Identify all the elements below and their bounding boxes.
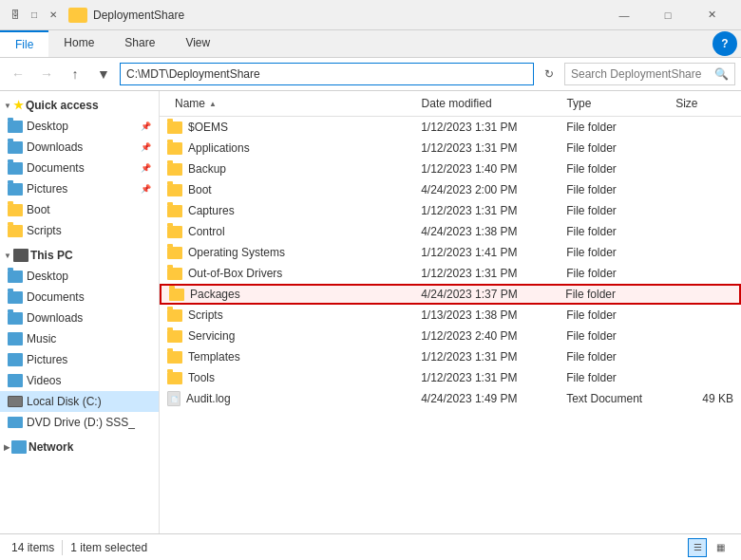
search-bar[interactable]: 🔍 [564,63,735,85]
file-date-cell: 1/12/2023 1:31 PM [413,141,559,155]
maximize-button[interactable]: □ [646,0,690,30]
toolbar: ← → ↑ ▼ ↻ 🔍 [0,58,741,91]
column-date[interactable]: Date modified [414,95,560,112]
ribbon-tabs: File Home Share View ? [0,30,741,57]
search-input[interactable] [571,67,714,81]
music-icon [8,332,23,345]
folder-icon [167,247,182,259]
address-bar[interactable] [120,63,534,85]
sidebar-item-pictures-pc[interactable]: Pictures [0,349,159,370]
table-row[interactable]: Backup 1/12/2023 1:40 PM File folder [160,159,741,179]
file-date-cell: 4/24/2023 1:37 PM [413,288,558,301]
sidebar-item-documents-pc[interactable]: Documents [0,287,159,308]
pictures-label: Pictures [27,182,67,196]
view-icons: ☰ ▦ [688,538,730,557]
sidebar-item-downloads-quick[interactable]: Downloads 📌 [0,137,159,158]
minimize-button[interactable]: — [602,0,646,30]
tab-view[interactable]: View [170,30,225,57]
table-row[interactable]: Operating Systems 1/12/2023 1:41 PM File… [160,242,741,263]
downloads-pc-label: Downloads [27,311,83,325]
this-pc-header[interactable]: ▼ This PC [0,245,159,266]
table-row[interactable]: Packages 4/24/2023 1:37 PM File folder [160,284,741,305]
videos-icon [8,374,23,387]
file-type-cell: File folder [559,225,668,238]
sidebar-item-videos[interactable]: Videos [0,370,159,391]
desktop-label: Desktop [27,120,68,133]
table-row[interactable]: 📄 Audit.log 4/24/2023 1:49 PM Text Docum… [160,388,741,409]
videos-label: Videos [27,374,61,387]
folder-icon [167,226,182,238]
file-name-cell: Servicing [160,329,413,343]
column-type[interactable]: Type [559,95,668,112]
large-icons-view-button[interactable]: ▦ [711,538,730,557]
dvd-icon [8,417,23,428]
system-icon-2: □ [27,8,42,23]
network-header[interactable]: ▶ Network [0,437,159,457]
file-type-cell: File folder [559,141,668,155]
quick-access-header[interactable]: ▼ ★ Quick access [0,95,159,116]
title-folder-icon [68,8,87,23]
file-name-cell: Control [160,225,413,238]
table-row[interactable]: Applications 1/12/2023 1:31 PM File fold… [160,138,741,159]
sidebar-item-desktop-pc[interactable]: Desktop [0,266,159,287]
pin-icon-4: 📌 [141,184,151,194]
title-bar-system-icons: 🗄 □ ✕ [8,8,61,23]
file-date-cell: 1/12/2023 1:31 PM [413,121,559,134]
details-view-button[interactable]: ☰ [688,538,707,557]
tab-file[interactable]: File [0,30,48,57]
tab-home[interactable]: Home [48,30,109,57]
back-button[interactable]: ← [6,62,30,86]
refresh-button[interactable]: ↻ [538,63,560,85]
file-type-cell: File folder [559,183,668,196]
recent-button[interactable]: ▼ [91,62,116,86]
folder-icon [167,184,182,196]
sidebar-item-documents-quick[interactable]: Documents 📌 [0,158,159,178]
file-date-cell: 1/12/2023 1:31 PM [413,204,559,217]
table-row[interactable]: Control 4/24/2023 1:38 PM File folder [160,221,741,242]
help-button[interactable]: ? [712,31,737,56]
folder-icon [167,268,182,280]
forward-button[interactable]: → [34,62,59,86]
table-row[interactable]: Tools 1/12/2023 1:31 PM File folder [160,367,741,388]
local-disk-label: Local Disk (C:) [27,395,102,408]
file-date-cell: 1/12/2023 1:40 PM [413,162,559,176]
desktop-pc-icon [8,271,23,283]
tab-share[interactable]: Share [109,30,170,57]
sidebar-item-local-disk[interactable]: Local Disk (C:) [0,391,159,412]
file-date-cell: 4/24/2023 1:49 PM [413,392,559,405]
sidebar-item-boot[interactable]: Boot [0,199,159,220]
sidebar-item-scripts[interactable]: Scripts [0,220,159,241]
up-button[interactable]: ↑ [63,62,87,86]
sidebar-item-downloads-pc[interactable]: Downloads [0,308,159,328]
window-controls[interactable]: — □ ✕ [602,0,733,30]
file-type-cell: Text Document [559,392,668,405]
table-row[interactable]: Out-of-Box Drivers 1/12/2023 1:31 PM Fil… [160,263,741,284]
file-date-cell: 1/12/2023 1:31 PM [413,267,559,280]
search-icon: 🔍 [714,67,729,81]
chevron-icon: ▼ [4,102,11,110]
table-row[interactable]: Scripts 1/13/2023 1:38 PM File folder [160,305,741,326]
table-row[interactable]: Captures 1/12/2023 1:31 PM File folder [160,200,741,221]
table-row[interactable]: Templates 1/12/2023 1:31 PM File folder [160,346,741,367]
file-name-cell: Templates [160,350,413,364]
sidebar-item-desktop-quick[interactable]: Desktop 📌 [0,116,159,137]
sidebar-item-dvd[interactable]: DVD Drive (D:) SSS_ [0,412,159,433]
sidebar: ▼ ★ Quick access Desktop 📌 Downloads 📌 D… [0,91,160,533]
file-date-cell: 1/13/2023 1:38 PM [413,308,559,322]
main-content: ▼ ★ Quick access Desktop 📌 Downloads 📌 D… [0,91,741,533]
col-size-label: Size [675,97,697,110]
column-size[interactable]: Size [668,95,741,112]
address-input[interactable] [126,67,527,81]
file-type-cell: File folder [559,267,668,280]
file-date-cell: 4/24/2023 1:38 PM [413,225,559,238]
sidebar-item-music[interactable]: Music [0,328,159,349]
scripts-folder-icon [8,225,23,237]
close-button[interactable]: ✕ [690,0,733,30]
table-row[interactable]: Servicing 1/12/2023 2:40 PM File folder [160,326,741,346]
scripts-label: Scripts [27,224,62,237]
table-row[interactable]: Boot 4/24/2023 2:00 PM File folder [160,179,741,200]
table-row[interactable]: $OEMS 1/12/2023 1:31 PM File folder [160,117,741,138]
column-name[interactable]: Name ▲ [160,95,414,112]
sidebar-item-pictures-quick[interactable]: Pictures 📌 [0,178,159,199]
file-name-cell: Boot [160,183,413,196]
